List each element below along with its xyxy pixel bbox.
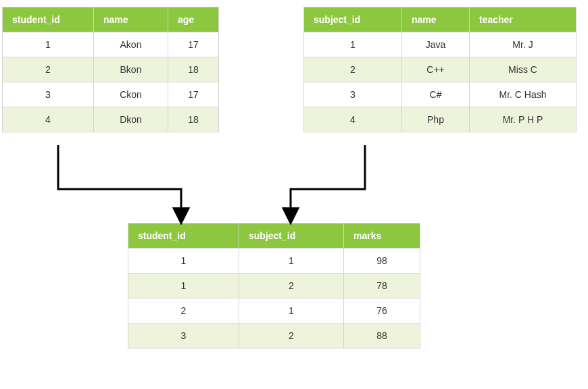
cell: 1 [304, 32, 402, 57]
marks-header-subject_id: subject_id [239, 224, 344, 249]
cell: 2 [239, 274, 344, 299]
cell: 1 [128, 274, 239, 299]
table-row: 4 Php Mr. P H P [304, 107, 577, 132]
students-header-student_id: student_id [3, 7, 94, 32]
table-row: 2 1 76 [128, 299, 420, 323]
cell: 76 [344, 299, 420, 323]
cell: C++ [402, 57, 470, 82]
arrow-subjects-to-marks-icon [291, 145, 365, 216]
diagram-container: student_id name age 1 Akon 17 2 Bkon 18 … [0, 0, 588, 389]
subjects-header-name: name [402, 7, 470, 32]
cell: Php [402, 107, 470, 132]
cell: 88 [344, 323, 420, 348]
cell: 2 [3, 57, 94, 82]
cell: 2 [239, 323, 344, 348]
students-header-name: name [94, 7, 168, 32]
marks-header-student_id: student_id [128, 224, 239, 249]
marks-header-marks: marks [344, 224, 420, 249]
cell: Miss C [470, 57, 577, 82]
cell: Mr. C Hash [470, 82, 577, 107]
table-row: 2 C++ Miss C [304, 57, 577, 82]
table-row: 4 Dkon 18 [3, 107, 219, 132]
cell: Mr. J [470, 32, 577, 57]
table-row: 3 Ckon 17 [3, 82, 219, 107]
cell: 4 [304, 107, 402, 132]
cell: 2 [128, 299, 239, 323]
subjects-table: subject_id name teacher 1 Java Mr. J 2 C… [303, 7, 577, 132]
table-row: 3 2 88 [128, 323, 420, 348]
cell: 3 [128, 323, 239, 348]
cell: 17 [168, 82, 219, 107]
subjects-header-subject_id: subject_id [304, 7, 402, 32]
cell: Dkon [94, 107, 168, 132]
students-table: student_id name age 1 Akon 17 2 Bkon 18 … [2, 7, 219, 132]
cell: 98 [344, 249, 420, 274]
cell: Bkon [94, 57, 168, 82]
marks-table: student_id subject_id marks 1 1 98 1 2 7… [128, 223, 420, 348]
cell: 18 [168, 107, 219, 132]
cell: Ckon [94, 82, 168, 107]
cell: 3 [3, 82, 94, 107]
table-row: 3 C# Mr. C Hash [304, 82, 577, 107]
cell: 1 [239, 249, 344, 274]
cell: Mr. P H P [470, 107, 577, 132]
students-header-row: student_id name age [3, 7, 219, 32]
cell: Java [402, 32, 470, 57]
cell: 3 [304, 82, 402, 107]
table-row: 1 1 98 [128, 249, 420, 274]
cell: 2 [304, 57, 402, 82]
table-row: 1 Akon 17 [3, 32, 219, 57]
cell: 4 [3, 107, 94, 132]
table-row: 2 Bkon 18 [3, 57, 219, 82]
cell: Akon [94, 32, 168, 57]
subjects-header-row: subject_id name teacher [304, 7, 577, 32]
cell: C# [402, 82, 470, 107]
students-header-age: age [168, 7, 219, 32]
arrow-students-to-marks-icon [58, 145, 181, 216]
cell: 78 [344, 274, 420, 299]
table-row: 1 Java Mr. J [304, 32, 577, 57]
cell: 1 [128, 249, 239, 274]
marks-header-row: student_id subject_id marks [128, 224, 420, 249]
cell: 17 [168, 32, 219, 57]
subjects-header-teacher: teacher [470, 7, 577, 32]
cell: 18 [168, 57, 219, 82]
cell: 1 [3, 32, 94, 57]
cell: 1 [239, 299, 344, 323]
table-row: 1 2 78 [128, 274, 420, 299]
